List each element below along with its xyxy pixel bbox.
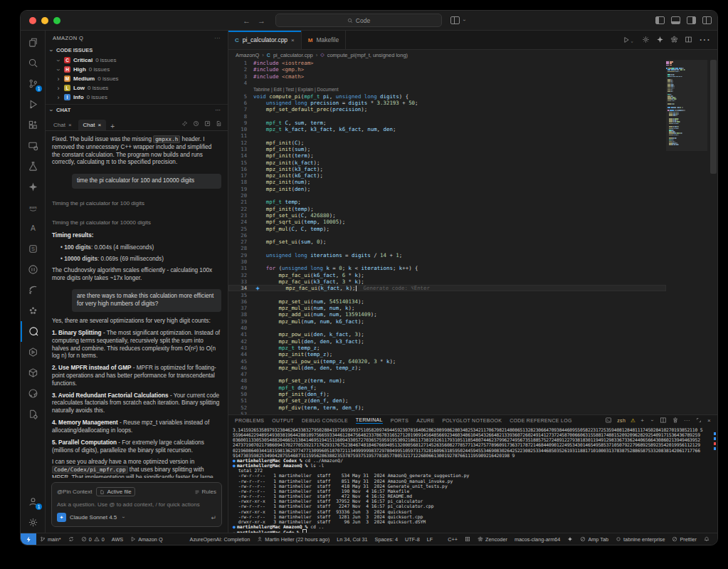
activity-item-pause-extension[interactable] bbox=[21, 259, 45, 280]
code-line-7[interactable]: 7 mpf_set_default_prec(precision); bbox=[228, 106, 666, 113]
issue-row-info[interactable]: ›IInfo0 issues bbox=[46, 93, 228, 102]
activity-item-azure[interactable]: A bbox=[21, 218, 45, 239]
status-martin-heller-22-hours-ago-[interactable]: Martin Heller (22 hours ago) bbox=[253, 536, 333, 543]
chat-tab-1[interactable]: Chat× bbox=[78, 120, 107, 130]
status-tabnine-enterprise[interactable]: tabnine enterprise bbox=[612, 536, 668, 543]
panel-more-actions[interactable]: ··· bbox=[684, 417, 690, 424]
toggle-primary-sidebar-icon[interactable] bbox=[655, 16, 665, 24]
code-line-1[interactable]: 1#include <iostream> bbox=[228, 60, 666, 66]
status-amazon-q[interactable]: Amazon Q bbox=[127, 536, 166, 543]
code-line-3[interactable]: 3#include <cmath> bbox=[228, 73, 666, 80]
code-line-48[interactable]: 48 mpf_set_z(term, num); bbox=[228, 377, 666, 384]
activity-item-broadcast[interactable] bbox=[21, 280, 45, 301]
code-line-18[interactable]: 18 mpz_init(num); bbox=[228, 179, 666, 185]
chat-section-header[interactable]: ›CHAT ··· bbox=[46, 104, 228, 115]
rules-button[interactable]: Rules bbox=[194, 489, 216, 495]
active-file-chip[interactable]: Active file bbox=[96, 487, 134, 496]
code-line-13[interactable]: 13 mpf_init(sum); bbox=[228, 146, 666, 152]
code-line-25[interactable]: 25 mpf_mul(C, C, temp); bbox=[228, 225, 666, 231]
status-grid[interactable] bbox=[461, 536, 474, 542]
more-actions[interactable]: ··· bbox=[699, 33, 710, 46]
code-line-44[interactable]: 44 mpz_init(temp_z); bbox=[228, 351, 666, 357]
code-line-23[interactable]: 23 mpf_set_ui(C, 426880); bbox=[228, 212, 666, 219]
status-sparkle[interactable] bbox=[564, 536, 576, 542]
code-line-14[interactable]: 14 mpf_init(term); bbox=[228, 152, 666, 159]
close-panel-button[interactable]: × bbox=[707, 417, 711, 424]
open-in-editor-icon[interactable] bbox=[204, 120, 211, 128]
chat-input-box[interactable]: @Pin Context Active file Rules Ask a que… bbox=[51, 482, 222, 527]
toggle-panel-icon[interactable] bbox=[671, 16, 680, 24]
chat-tab-0[interactable]: Chat× bbox=[48, 120, 77, 130]
panel-tab-output[interactable]: OUTPUT bbox=[272, 418, 294, 423]
editor-tab-Makefile[interactable]: MMakefile bbox=[302, 31, 346, 49]
pin-icon[interactable] bbox=[181, 120, 188, 128]
code-line-4[interactable]: 4 bbox=[228, 80, 666, 86]
code-line-5[interactable]: 5void compute_pi(mpf_t pi, unsigned long… bbox=[228, 93, 666, 99]
codelens[interactable]: Tabnine | Edit | Test | Explain | Docume… bbox=[228, 87, 339, 92]
code-line-39[interactable]: 39 mpz_mul(num, num, k6_fact); bbox=[228, 318, 666, 325]
code-line-31[interactable]: 31 for (unsigned long k = 0; k < iterati… bbox=[228, 265, 666, 271]
terminal-profile-icon[interactable] bbox=[605, 417, 612, 425]
zoom-window-button[interactable] bbox=[53, 17, 60, 24]
code-line-37[interactable]: 37 mpz_mul_ui(num, num, k); bbox=[228, 305, 666, 311]
status-azureopenai-completion[interactable]: AzureOpenAI: Completion bbox=[186, 536, 254, 543]
status-spaces-4[interactable]: Spaces: 4 bbox=[371, 536, 401, 543]
pin-context-button[interactable]: @Pin Context bbox=[57, 489, 92, 495]
activity-item-accounts[interactable]: 1 bbox=[21, 491, 45, 512]
flower-icon[interactable] bbox=[670, 33, 678, 46]
code-line-8[interactable]: 8 bbox=[228, 113, 666, 119]
code-line-24[interactable]: 24 mpf_sqrt_ui(temp, 10005); bbox=[228, 219, 666, 225]
code-line-52[interactable]: 52 mpf_div(term, term, den_f); bbox=[228, 404, 666, 410]
code-line-42[interactable]: 42 mpz_mul(den, den, k3_fact); bbox=[228, 338, 666, 344]
code-line-17[interactable]: 17 mpz_init(k6_fact); bbox=[228, 172, 666, 179]
terminal[interactable]: 3.14159265358979323846264338327950288419… bbox=[228, 426, 717, 533]
status-lf[interactable]: LF bbox=[423, 536, 437, 543]
forward-button[interactable]: → bbox=[258, 16, 265, 25]
code-line-16[interactable]: 16 mpz_init(k3_fact); bbox=[228, 166, 666, 172]
command-center-search[interactable]: Code bbox=[275, 14, 442, 27]
status-0[interactable]: 00 bbox=[78, 536, 108, 543]
layout-control[interactable]: › bbox=[450, 16, 467, 24]
panel-tab-azure[interactable]: AZURE bbox=[416, 418, 434, 423]
breadcrumb-item[interactable]: compute_pi(mpf_t, unsigned long) bbox=[327, 52, 408, 58]
code-line-19[interactable]: 19 mpz_init(den); bbox=[228, 186, 666, 192]
run-button[interactable]: › bbox=[623, 33, 635, 46]
code-line-27[interactable]: 27 mpf_set_ui(sum, 0); bbox=[228, 239, 666, 245]
sidebar-more-actions[interactable]: ··· bbox=[214, 35, 221, 41]
maximize-panel-button[interactable] bbox=[695, 417, 702, 425]
status-ln-34-col-31[interactable]: Ln 34, Col 31 bbox=[333, 536, 371, 543]
splitsq-icon[interactable] bbox=[685, 33, 692, 46]
status-macos-clang-arm64[interactable]: macos-clang-arm64 bbox=[511, 536, 564, 543]
activity-item-search[interactable] bbox=[21, 53, 45, 73]
panel-tab-problems[interactable]: PROBLEMS bbox=[235, 418, 264, 423]
history-icon[interactable] bbox=[193, 120, 199, 128]
sparkle-icon[interactable] bbox=[656, 33, 664, 46]
minimize-window-button[interactable] bbox=[41, 17, 48, 24]
code-line-26[interactable]: 26 bbox=[228, 232, 666, 239]
chat-input-placeholder[interactable]: Ask a question. Use @ to add context, / … bbox=[57, 501, 216, 508]
code-line-41[interactable]: 41 mpz_pow_ui(den, k_fact, 3); bbox=[228, 331, 666, 338]
panel-tab-code-reference-log[interactable]: CODE REFERENCE LOG bbox=[510, 418, 571, 423]
editor-tab-pi_calculator.cpp[interactable]: Cpi_calculator.cpp× bbox=[228, 31, 302, 49]
activity-item-manage[interactable] bbox=[21, 512, 45, 533]
code-line-46[interactable]: 46 mpz_mul(den, den, temp_z); bbox=[228, 365, 666, 371]
issue-row-low[interactable]: ›LLow0 issues bbox=[46, 83, 228, 93]
activity-item-tabnine[interactable] bbox=[21, 301, 45, 321]
code-line-15[interactable]: 15 mpz_init(k_fact); bbox=[228, 159, 666, 165]
status-aws[interactable]: AWS bbox=[108, 536, 127, 543]
code-line-11[interactable]: 11 bbox=[228, 132, 666, 139]
code-editor[interactable]: 1#include <iostream>2#include <gmp.h>3#i… bbox=[228, 60, 717, 414]
status-prettier[interactable]: Prettier bbox=[668, 536, 700, 543]
codelens-row[interactable]: Tabnine | Edit | Test | Explain | Docume… bbox=[228, 86, 666, 93]
activity-item-snyk[interactable]: S bbox=[21, 239, 45, 259]
code-line-22[interactable]: 22 mpf_init(temp); bbox=[228, 206, 666, 212]
gear-icon[interactable] bbox=[642, 33, 650, 46]
status-sync[interactable] bbox=[65, 536, 78, 542]
close-icon[interactable]: × bbox=[291, 37, 295, 43]
code-line-30[interactable]: 30 bbox=[228, 259, 666, 265]
activity-item-aws-toolkit[interactable]: aws bbox=[21, 197, 45, 218]
code-line-29[interactable]: 29 unsigned long iterations = digits / 1… bbox=[228, 252, 666, 259]
code-line-47[interactable]: 47 bbox=[228, 371, 666, 377]
code-line-21[interactable]: 21 mpf_t temp; bbox=[228, 199, 666, 205]
new-chat-tab-button[interactable]: + bbox=[107, 122, 117, 130]
